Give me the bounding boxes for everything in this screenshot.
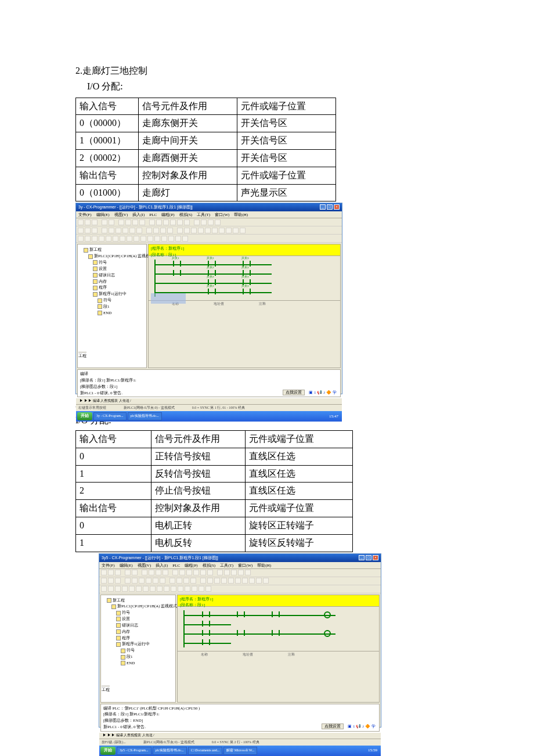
toolbar-button[interactable] <box>101 586 107 592</box>
toolbar-button[interactable] <box>132 578 138 584</box>
tree-tab[interactable]: 工程 <box>78 352 86 359</box>
taskbar-item[interactable]: plc实验指导书.do... <box>153 747 187 755</box>
toolbar-button[interactable] <box>149 570 154 575</box>
toolbar-button[interactable] <box>199 586 204 592</box>
toolbar-button[interactable] <box>191 228 197 233</box>
toolbar-button[interactable] <box>205 228 211 233</box>
toolbar-button[interactable] <box>109 219 114 225</box>
menu-item[interactable]: 插入(I) <box>156 563 168 568</box>
toolbar-button[interactable] <box>263 578 269 584</box>
contact-icon[interactable]: 开关3 <box>243 289 251 294</box>
contact-icon[interactable] <box>202 630 210 636</box>
menu-item[interactable]: 视图(V) <box>138 563 151 568</box>
toolbar-button[interactable] <box>200 578 206 584</box>
toolbar-button[interactable] <box>101 570 107 575</box>
toolbar-button[interactable] <box>163 219 169 225</box>
menu-item[interactable]: 编程(P) <box>161 212 175 217</box>
system-tray[interactable]: 15:47 <box>329 413 341 420</box>
toolbar-button[interactable] <box>125 578 131 584</box>
toolbar-button[interactable] <box>207 578 213 584</box>
toolbar-button[interactable] <box>132 570 138 575</box>
toolbar-button[interactable] <box>136 228 142 233</box>
toolbar-button[interactable] <box>214 578 220 584</box>
toolbar-button[interactable] <box>78 228 84 233</box>
toolbar-button[interactable] <box>184 228 190 233</box>
ladder-rung[interactable] <box>183 629 373 638</box>
toolbar-button[interactable] <box>92 219 98 225</box>
menu-item[interactable]: 工具(T) <box>220 563 233 568</box>
toolbar-button[interactable] <box>146 228 152 233</box>
toolbar-button[interactable] <box>92 236 98 242</box>
toolbar-button[interactable] <box>201 219 207 225</box>
toolbar-button[interactable] <box>200 570 206 575</box>
toolbar-button[interactable] <box>140 236 146 242</box>
bottom-link-icons[interactable]: ▣ 1 📢 ♪ 🔶 学 <box>348 724 376 729</box>
toolbar-button[interactable] <box>161 236 167 242</box>
toolbar-button[interactable] <box>212 228 218 233</box>
toolbar-button[interactable] <box>154 236 160 242</box>
toolbar-button[interactable] <box>125 570 131 575</box>
toolbar-button[interactable] <box>183 578 189 584</box>
toolbar-button[interactable] <box>127 236 132 242</box>
toolbar-button[interactable] <box>179 570 185 575</box>
toolbar-button[interactable] <box>139 219 145 225</box>
toolbar-button[interactable] <box>122 586 128 592</box>
toolbar-button[interactable] <box>113 236 118 242</box>
toolbar-button[interactable] <box>85 219 91 225</box>
menu-item[interactable]: 帮助(H) <box>257 563 271 568</box>
toolbar-button[interactable] <box>147 236 153 242</box>
toolbar-button[interactable] <box>153 578 158 584</box>
toolbar-button[interactable] <box>163 570 168 575</box>
menu-item[interactable]: PLC <box>149 212 157 217</box>
taskbar-item[interactable]: 3y - CX-Program... <box>93 412 127 420</box>
start-button[interactable]: 开始 <box>100 747 116 755</box>
contact-icon[interactable]: 开关2 <box>208 289 216 294</box>
taskbar-item[interactable]: 解密 Microsoft W... <box>223 747 257 755</box>
taskbar-item[interactable]: plc实验指导书.do... <box>128 412 162 420</box>
toolbar-button[interactable] <box>102 228 107 233</box>
menu-item[interactable]: 帮助(H) <box>234 212 248 217</box>
toolbar-button[interactable] <box>167 228 173 233</box>
toolbar-button[interactable] <box>120 236 125 242</box>
toolbar-button[interactable] <box>171 586 176 592</box>
toolbar-button[interactable] <box>115 570 121 575</box>
menu-item[interactable]: 文件(F) <box>78 212 92 217</box>
toolbar-button[interactable] <box>245 570 251 575</box>
toolbar-button[interactable] <box>221 578 227 584</box>
toolbar-button[interactable] <box>208 219 214 225</box>
toolbar-button[interactable] <box>122 228 128 233</box>
contact-icon[interactable] <box>237 630 245 636</box>
toolbar-button[interactable] <box>177 219 183 225</box>
toolbar-button[interactable] <box>226 228 232 233</box>
toolbar-button[interactable] <box>185 586 190 592</box>
toolbar-button[interactable] <box>118 219 124 225</box>
start-button[interactable]: 开始 <box>77 412 92 420</box>
menu-item[interactable]: 模拟(S) <box>179 212 193 217</box>
toolbar-button[interactable] <box>190 578 196 584</box>
toolbar-button[interactable] <box>115 578 121 584</box>
ladder-rung[interactable] <box>183 638 373 647</box>
toolbar-button[interactable] <box>207 570 213 575</box>
toolbar-button[interactable] <box>228 578 234 584</box>
toolbar-button[interactable] <box>139 578 145 584</box>
output-tabs[interactable]: ▶ ▶ ▶ 编译 人查找报表 人传送 / <box>99 733 381 739</box>
toolbar-button[interactable] <box>142 570 147 575</box>
toolbar-button[interactable] <box>92 228 98 233</box>
toolbar-button[interactable] <box>172 570 178 575</box>
toolbar-button[interactable] <box>132 219 138 225</box>
toolbar-button[interactable] <box>85 236 91 242</box>
coil-icon[interactable] <box>324 611 331 618</box>
tree-tab[interactable]: 工程 <box>102 686 110 693</box>
toolbar-button[interactable] <box>168 236 174 242</box>
toolbar-button[interactable] <box>106 236 111 242</box>
menu-item[interactable]: 视图(V) <box>114 212 128 217</box>
toolbar-button[interactable] <box>186 570 192 575</box>
toolbar-button[interactable] <box>150 586 156 592</box>
toolbar-button[interactable] <box>175 236 181 242</box>
toolbar-button[interactable] <box>249 578 255 584</box>
taskbar-item[interactable]: C:\Documents and... <box>188 747 222 755</box>
toolbar-button[interactable] <box>134 236 139 242</box>
toolbar-button[interactable] <box>78 236 84 242</box>
toolbar-button[interactable] <box>143 586 149 592</box>
ladder-editor[interactable]: [程序名：新程序1] [段名称：段1] <box>177 595 380 703</box>
